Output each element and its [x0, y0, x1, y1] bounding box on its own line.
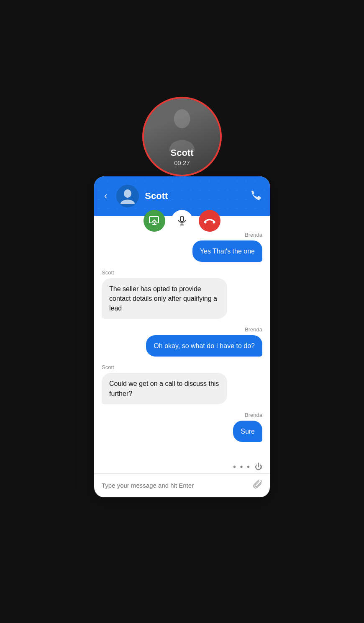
phone-wrapper: Scott 00:27 [94, 126, 270, 497]
call-controls [144, 210, 220, 232]
message-bubble: Oh okay, so what do I have to do? [146, 335, 262, 357]
message-row: Scott Could we get on a call to discuss … [102, 357, 262, 404]
sender-label: Brenda [245, 326, 262, 333]
hangup-button[interactable] [199, 210, 220, 232]
sender-label: Brenda [245, 232, 262, 238]
call-button[interactable] [250, 189, 261, 202]
status-row: • • • ⏻ [94, 459, 270, 473]
svg-rect-2 [180, 216, 184, 222]
avatar-silhouette-icon [120, 188, 136, 204]
hangup-icon [204, 218, 215, 224]
paperclip-icon [253, 480, 262, 489]
caller-name: Scott [171, 147, 194, 158]
caller-info: Scott 00:27 [171, 147, 194, 166]
back-button[interactable]: ‹ [101, 189, 110, 203]
message-row: Brenda Sure [102, 404, 262, 442]
message-bubble: Sure [233, 421, 262, 442]
svg-rect-1 [149, 217, 159, 223]
message-input[interactable] [102, 482, 249, 489]
input-area [94, 473, 270, 497]
caller-circle: Scott 00:27 [142, 97, 222, 176]
message-bubble: Could we get on a call to discuss this f… [102, 373, 227, 404]
attach-button[interactable] [253, 480, 262, 491]
message-bubble: Yes That's the one [192, 240, 262, 262]
typing-dots: • • • [233, 462, 251, 472]
contact-avatar [116, 185, 139, 207]
svg-point-6 [213, 221, 215, 223]
screen-share-button[interactable] [144, 210, 165, 232]
messages-area: Brenda Yes That's the one Scott The sell… [94, 216, 270, 459]
svg-point-0 [174, 109, 190, 128]
sender-label: Scott [102, 364, 262, 370]
sender-label: Brenda [245, 412, 262, 418]
caller-silhouette-icon [167, 106, 197, 152]
message-row: Brenda Oh okay, so what do I have to do? [102, 319, 262, 357]
mute-button[interactable] [171, 210, 193, 232]
phone-icon [250, 189, 261, 201]
message-row: Scott The seller has opted to provide co… [102, 262, 262, 319]
power-icon: ⏻ [255, 463, 262, 471]
sender-label: Scott [102, 269, 262, 276]
screen-share-icon [149, 216, 160, 225]
contact-name: Scott [145, 191, 244, 202]
microphone-icon [177, 216, 187, 226]
svg-point-5 [205, 221, 207, 223]
caller-timer: 00:27 [171, 159, 194, 166]
message-bubble: The seller has opted to provide contact … [102, 278, 227, 319]
svg-point-7 [124, 189, 131, 198]
